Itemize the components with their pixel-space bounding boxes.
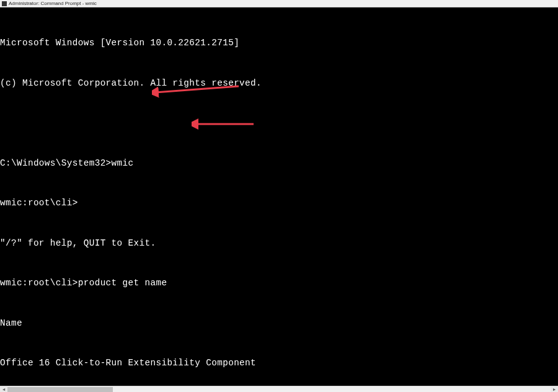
app-icon: [2, 1, 7, 6]
output-line: (c) Microsoft Corporation. All rights re…: [0, 77, 558, 91]
scroll-thumb[interactable]: [7, 387, 113, 392]
prompt-line: wmic:root\cli>: [0, 197, 558, 210]
window-titlebar[interactable]: Administrator: Command Prompt - wmic: [0, 0, 558, 7]
output-line: "/?" for help, QUIT to Exit.: [0, 237, 558, 251]
prompt-line: C:\Windows\System32>wmic: [0, 157, 558, 171]
output-line: Office 16 Click-to-Run Extensibility Com…: [0, 357, 558, 370]
prompt-line: wmic:root\cli>product get name: [0, 277, 558, 290]
output-line: [0, 117, 558, 130]
window-title: Administrator: Command Prompt - wmic: [9, 1, 97, 6]
terminal-output[interactable]: Microsoft Windows [Version 10.0.22621.27…: [0, 7, 558, 386]
scroll-right-button[interactable]: ▶: [551, 386, 558, 392]
scroll-left-button[interactable]: ◀: [0, 386, 7, 392]
output-line: Name: [0, 317, 558, 331]
output-line: Microsoft Windows [Version 10.0.22621.27…: [0, 37, 558, 50]
horizontal-scrollbar[interactable]: ◀ ▶: [0, 386, 558, 392]
annotation-arrow-3: [390, 373, 458, 386]
